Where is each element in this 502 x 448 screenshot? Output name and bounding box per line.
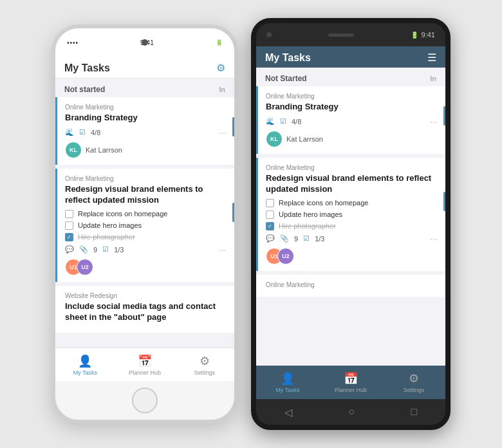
android-task1-meta: 🌊 ☑ 4/8 ···	[266, 117, 438, 127]
iphone-task1-avatar-row: KL Kat Larrson	[65, 142, 227, 158]
iphone-task2-attach-count: 9	[93, 246, 97, 254]
iphone-camera	[142, 39, 148, 46]
android-speaker	[328, 33, 354, 37]
iphone-cb2-box[interactable]	[65, 221, 73, 230]
iphone-status-bar: •••• 9:41 🔋	[55, 28, 234, 57]
android-task2-project: Online Marketing	[266, 164, 438, 171]
android-filter-icon[interactable]: ☰	[427, 51, 436, 64]
android-task-partial[interactable]: Online Marketing	[256, 275, 445, 297]
android-task3-project: Online Marketing	[266, 281, 438, 288]
iphone-cb3-box[interactable]: ✓	[65, 233, 73, 241]
android-tab-settings[interactable]: ⚙ Settings	[382, 366, 445, 399]
android-task1-dots[interactable]: ···	[430, 117, 438, 127]
iphone-task2-check-icon: ☑	[102, 245, 109, 254]
iphone-task1-meta: 🌊 ☑ 4/8 ···	[65, 127, 227, 138]
iphone-task2-dots[interactable]: ···	[219, 245, 227, 255]
iphone-filter-icon[interactable]: ⚙	[216, 62, 225, 74]
android-nav-recent[interactable]: □	[411, 406, 418, 418]
iphone-tab-planner[interactable]: 📅 Planner Hub	[115, 348, 175, 381]
android-task-redesign[interactable]: Online Marketing Redesign visual brand e…	[256, 158, 445, 271]
android-cb1-box[interactable]	[266, 199, 274, 207]
android-battery-icon: 🔋	[411, 32, 418, 39]
iphone-signal: ••••	[67, 39, 79, 46]
android-tab-planner-icon: 📅	[344, 371, 358, 386]
android-task2-check-count: 1/3	[315, 235, 324, 243]
android-nav-home[interactable]: ○	[348, 406, 355, 418]
android-task2-avatars: U1 U2	[266, 248, 294, 265]
iphone-cb2[interactable]: Update hero images	[65, 221, 227, 230]
iphone-task1-title: Branding Strategy	[65, 113, 227, 124]
android-task1-avatar: KL	[266, 131, 283, 147]
iphone-section-in: In	[219, 86, 225, 93]
iphone-task1-count: 4/8	[91, 129, 100, 136]
android-task2-meta: 💬 📎 9 ☑ 1/3 ···	[266, 234, 438, 244]
iphone-cb1-label: Replace icons on homepage	[78, 210, 167, 218]
iphone-header-title: My Tasks	[64, 62, 110, 74]
android-task-list[interactable]: Not Started In Online Marketing Branding…	[256, 68, 445, 366]
android-cb2[interactable]: Update hero images	[266, 210, 438, 219]
android-cb3-box[interactable]: ✓	[266, 222, 274, 230]
android-tab-mytasks[interactable]: 👤 My Tasks	[256, 366, 319, 399]
iphone-app-header: My Tasks ⚙	[55, 57, 234, 79]
iphone-task-branding[interactable]: Online Marketing Branding Strategy 🌊 ☑ 4…	[55, 97, 234, 165]
iphone-tab-mytasks[interactable]: 👤 My Tasks	[55, 348, 115, 381]
android-task2-avatar2: U2	[277, 248, 294, 265]
iphone-task1-indicator	[232, 117, 234, 136]
android-task-branding[interactable]: Online Marketing Branding Strategy 🌊 ☑ 4…	[256, 86, 445, 154]
android-task2-check-icon: ☑	[303, 234, 310, 243]
android-cb3[interactable]: ✓ Hire photographer	[266, 222, 438, 230]
iphone-tab-planner-label: Planner Hub	[129, 369, 161, 376]
iphone-tab-bar: 👤 My Tasks 📅 Planner Hub ⚙ Settings	[55, 348, 234, 381]
android-task2-title: Redesign visual brand elements to reflec…	[266, 173, 438, 195]
iphone-task1-wave-icon: 🌊	[65, 128, 74, 136]
iphone-section-label: Not started	[64, 85, 105, 94]
iphone-tab-settings[interactable]: ⚙ Settings	[174, 348, 234, 381]
android-nav-back[interactable]: ◁	[284, 406, 292, 418]
iphone-task-website[interactable]: Website Redesign Include social media ta…	[55, 286, 234, 333]
android-tab-planner[interactable]: 📅 Planner Hub	[319, 366, 382, 399]
android-nav-bar: ◁ ○ □	[256, 399, 445, 425]
iphone-cb3[interactable]: ✓ Hire photographer	[65, 233, 227, 241]
android-section-label: Not Started	[265, 74, 307, 83]
iphone-tab-mytasks-label: My Tasks	[73, 369, 97, 376]
iphone-cb3-label: Hire photographer	[78, 233, 135, 241]
iphone-task2-avatar2: U2	[77, 259, 93, 275]
iphone-task2-check-count: 1/3	[114, 246, 124, 254]
android-tab-mytasks-icon: 👤	[281, 371, 295, 386]
iphone-home-button[interactable]	[132, 387, 158, 413]
iphone-task2-title: Redesign visual brand elements to reflec…	[65, 184, 227, 206]
iphone-task2-comment-icon: 💬	[65, 245, 74, 254]
android-device: 🔋 9:41 My Tasks ☰ Not Started In	[251, 18, 451, 430]
android-task1-title: Branding Strategy	[266, 102, 438, 113]
iphone-cb1-box[interactable]	[65, 210, 73, 218]
android-task1-assignee: Kat Larrson	[286, 135, 323, 143]
android-cb2-box[interactable]	[266, 210, 274, 219]
android-cb2-label: Update hero images	[279, 210, 342, 218]
iphone-task-list[interactable]: Not started In Online Marketing Branding…	[55, 79, 234, 348]
android-task2-dots[interactable]: ···	[430, 234, 438, 244]
android-cb1[interactable]: Replace icons on homepage	[266, 199, 438, 207]
iphone-task2-project: Online Marketing	[65, 175, 227, 182]
android-tab-bar: 👤 My Tasks 📅 Planner Hub ⚙ Settings	[256, 366, 445, 399]
android-task2-attach-count: 9	[294, 235, 298, 243]
iphone-task-redesign[interactable]: Online Marketing Redesign visual brand e…	[55, 169, 234, 282]
android-app-header: My Tasks ☰	[256, 46, 445, 68]
iphone-task2-attach-icon: 📎	[79, 245, 88, 254]
iphone-device: •••• 9:41 🔋 My Tasks ⚙ Not started In	[51, 24, 238, 424]
iphone-task3-title: Include social media tags and contact sh…	[65, 301, 227, 323]
iphone-cb1[interactable]: Replace icons on homepage	[65, 210, 227, 218]
iphone-task2-avatars: U1 U2	[65, 259, 93, 275]
iphone-task2-meta: 💬 📎 9 ☑ 1/3 ···	[65, 245, 227, 255]
iphone-cb2-label: Update hero images	[78, 221, 142, 229]
android-section-not-started: Not Started In	[256, 68, 445, 86]
iphone-tab-planner-icon: 📅	[138, 354, 152, 368]
iphone-tab-settings-label: Settings	[194, 369, 215, 376]
android-screen: My Tasks ☰ Not Started In Online Marketi…	[256, 46, 445, 399]
android-section-in: In	[430, 75, 436, 82]
iphone-battery: 🔋	[216, 39, 223, 46]
iphone-task2-avatar-row: U1 U2	[65, 259, 227, 275]
iphone-task1-check-icon: ☑	[79, 128, 86, 136]
android-cb1-label: Replace icons on homepage	[279, 199, 368, 207]
android-tab-settings-icon: ⚙	[409, 371, 419, 386]
iphone-task1-dots[interactable]: ···	[219, 127, 227, 138]
